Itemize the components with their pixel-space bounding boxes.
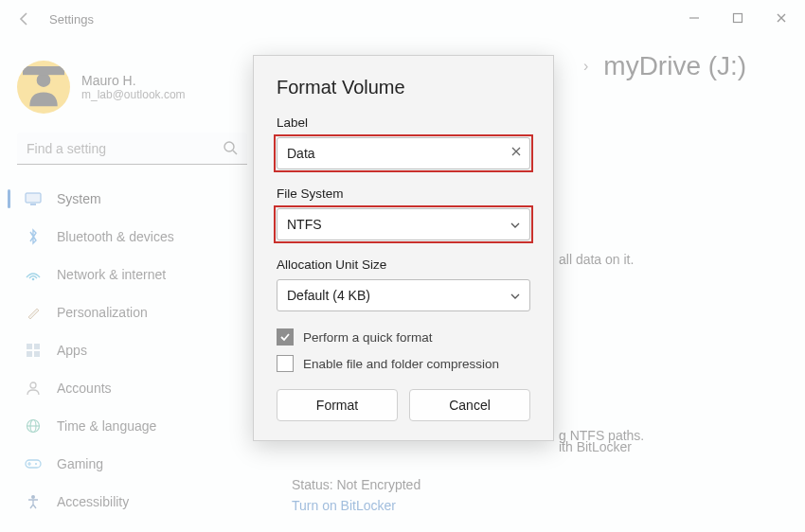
format-volume-dialog: Format Volume Label File System NTFS All… bbox=[253, 55, 554, 441]
au-field-label: Allocation Unit Size bbox=[277, 257, 530, 272]
format-button[interactable]: Format bbox=[277, 389, 398, 421]
au-select[interactable]: Default (4 KB) bbox=[277, 279, 530, 311]
clear-icon[interactable] bbox=[510, 145, 523, 162]
dialog-buttons: Format Cancel bbox=[277, 389, 530, 421]
label-field-wrap bbox=[277, 137, 530, 169]
au-select-value: Default (4 KB) bbox=[287, 288, 370, 303]
fs-field-wrap: NTFS bbox=[277, 208, 530, 240]
au-field-wrap: Default (4 KB) bbox=[277, 279, 530, 311]
checkbox-box bbox=[277, 355, 294, 372]
cancel-button[interactable]: Cancel bbox=[409, 389, 530, 421]
compression-checkbox[interactable]: Enable file and folder compression bbox=[277, 355, 530, 372]
checkbox-box bbox=[277, 328, 294, 346]
quick-format-checkbox[interactable]: Perform a quick format bbox=[277, 328, 530, 346]
label-field-label: Label bbox=[277, 115, 530, 130]
compression-label: Enable file and folder compression bbox=[303, 357, 499, 371]
fs-select-value: NTFS bbox=[287, 217, 322, 232]
fs-select[interactable]: NTFS bbox=[277, 208, 530, 240]
fs-field-label: File System bbox=[277, 186, 530, 201]
label-input[interactable] bbox=[277, 137, 530, 169]
quick-format-label: Perform a quick format bbox=[303, 330, 433, 345]
dialog-title: Format Volume bbox=[277, 77, 530, 98]
